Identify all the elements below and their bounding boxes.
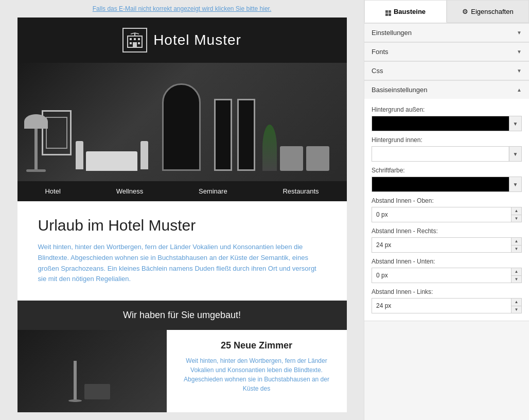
abstand-oben-up[interactable]: ▲ — [512, 207, 521, 215]
tab-eigenschaften[interactable]: ⚙ Eigenschaften — [447, 0, 529, 23]
abstand-unten-field[interactable]: ▲ ▼ — [372, 268, 522, 283]
email-content-block: Urlaub im Hotel Muster Weit hinten, hint… — [17, 201, 347, 301]
tab-bausteine-label: Bausteine — [394, 8, 426, 15]
svg-rect-2 — [134, 38, 136, 40]
svg-line-8 — [131, 33, 135, 34]
accordion-header-basiseinstellungen[interactable]: Basiseinstellungen ▲ — [364, 80, 529, 99]
room-heading: 25 Neue Zimmer — [177, 340, 337, 351]
email-nav: Hotel Wellness Seminare Restaurants — [17, 181, 347, 201]
tab-bausteine[interactable]: Bausteine — [364, 0, 447, 23]
room-section: 25 Neue Zimmer Weit hinten, hinter den W… — [17, 330, 347, 412]
email-header: Hotel Muster — [17, 18, 347, 63]
hintergrund-aussen-field[interactable]: ▼ — [372, 116, 522, 131]
room-lamp-icon — [74, 361, 77, 402]
room-text-block: 25 Neue Zimmer Weit hinten, hinter den W… — [167, 330, 347, 412]
abstand-links-spinner: ▲ ▼ — [511, 299, 521, 313]
preview-panel: Falls das E-Mail nicht korrekt angezeigt… — [0, 0, 364, 420]
accordion-header-einstellungen[interactable]: Einstellungen ▼ — [364, 23, 529, 42]
hotel-logo-icon — [122, 28, 147, 52]
abstand-unten-down[interactable]: ▼ — [512, 276, 521, 283]
hintergrund-aussen-dropdown[interactable]: ▼ — [509, 116, 521, 131]
room-body: Weit hinten, hinter den Wortbergen, fern… — [177, 356, 337, 393]
accordion-basiseinstellungen: Basiseinstellungen ▲ Hintergrund außen: … — [364, 80, 529, 321]
nav-seminare[interactable]: Seminare — [199, 187, 227, 195]
accordion-fonts: Fonts ▼ — [364, 42, 529, 61]
schriftfarbe-label: Schriftfarbe: — [372, 167, 522, 174]
abstand-unten-input[interactable] — [372, 268, 511, 283]
nav-wellness[interactable]: Wellness — [116, 187, 144, 195]
svg-line-9 — [135, 33, 139, 34]
abstand-rechts-label: Abstand Innen - Rechts: — [372, 227, 522, 235]
hintergrund-aussen-swatch — [372, 116, 509, 131]
building-icon — [126, 31, 144, 49]
hero-image — [17, 63, 347, 181]
abstand-oben-label: Abstand Innen - Oben: — [372, 197, 522, 204]
abstand-oben-input[interactable] — [372, 207, 511, 222]
abstand-links-up[interactable]: ▲ — [512, 299, 521, 306]
hintergrund-innen-label: Hintergrund innen: — [372, 136, 522, 144]
abstand-rechts-input[interactable] — [372, 238, 511, 252]
nav-hotel[interactable]: Hotel — [45, 187, 60, 195]
hotel-name-text: Hotel Muster — [153, 32, 241, 48]
abstand-links-label: Abstand Innen - Links: — [372, 288, 522, 295]
accordion-einstellungen: Einstellungen ▼ — [364, 23, 529, 42]
abstand-unten-label: Abstand Innen - Unten: — [372, 258, 522, 265]
svg-rect-1 — [130, 38, 132, 40]
basiseinstellungen-label: Basiseinstellungen — [372, 86, 427, 94]
tab-eigenschaften-label: Eigenschaften — [471, 8, 513, 15]
abstand-links-input[interactable] — [372, 299, 511, 313]
abstand-links-field[interactable]: ▲ ▼ — [372, 298, 522, 313]
accordion-css: Css ▼ — [364, 61, 529, 80]
svg-rect-6 — [133, 42, 137, 47]
accordion-header-fonts[interactable]: Fonts ▼ — [364, 42, 529, 61]
hero-content — [17, 63, 347, 181]
abstand-rechts-up[interactable]: ▲ — [512, 238, 521, 246]
panel-tabs: Bausteine ⚙ Eigenschaften — [364, 0, 529, 23]
abstand-unten-up[interactable]: ▲ — [512, 268, 521, 276]
chevron-down-icon-fonts: ▼ — [517, 49, 522, 55]
gear-icon: ⚙ — [462, 8, 468, 15]
hintergrund-innen-swatch — [372, 147, 509, 161]
abstand-rechts-field[interactable]: ▲ ▼ — [372, 237, 522, 253]
abstand-rechts-down[interactable]: ▼ — [512, 246, 521, 253]
einstellungen-label: Einstellungen — [372, 29, 412, 37]
abstand-oben-down[interactable]: ▼ — [512, 215, 521, 222]
svg-rect-5 — [138, 42, 140, 44]
hintergrund-innen-dropdown[interactable]: ▼ — [509, 147, 521, 161]
accordion-header-css[interactable]: Css ▼ — [364, 61, 529, 80]
svg-rect-3 — [138, 38, 140, 40]
svg-rect-4 — [130, 42, 132, 44]
abstand-unten-spinner: ▲ ▼ — [511, 268, 521, 283]
abstand-rechts-spinner: ▲ ▼ — [511, 238, 521, 252]
email-container: Hotel Muster — [17, 18, 347, 412]
content-body: Weit hinten, hinter den Wortbergen, fern… — [38, 242, 326, 285]
promo-bar: Wir haben für Sie umgebaut! — [17, 301, 347, 330]
abstand-oben-spinner: ▲ ▼ — [511, 207, 521, 222]
grid-icon — [385, 7, 391, 16]
content-heading: Urlaub im Hotel Muster — [38, 217, 326, 234]
basiseinstellungen-content: Hintergrund außen: ▼ Hintergrund innen: … — [364, 99, 529, 321]
chevron-up-icon: ▲ — [517, 87, 522, 93]
email-link-bar: Falls das E-Mail nicht korrekt angezeigt… — [0, 0, 364, 18]
fonts-label: Fonts — [372, 48, 389, 56]
abstand-oben-field[interactable]: ▲ ▼ — [372, 207, 522, 222]
right-panel: Bausteine ⚙ Eigenschaften Einstellungen … — [364, 0, 529, 420]
chevron-down-icon: ▼ — [517, 30, 522, 36]
hintergrund-innen-field[interactable]: ▼ — [372, 146, 522, 162]
email-link[interactable]: Falls das E-Mail nicht korrekt angezeigt… — [93, 5, 271, 12]
schriftfarbe-dropdown[interactable]: ▼ — [509, 177, 521, 191]
schriftfarbe-swatch — [372, 177, 509, 191]
hintergrund-aussen-label: Hintergrund außen: — [372, 106, 522, 113]
abstand-links-down[interactable]: ▼ — [512, 306, 521, 313]
css-label: Css — [372, 67, 383, 75]
nav-restaurants[interactable]: Restaurants — [283, 187, 319, 195]
schriftfarbe-field[interactable]: ▼ — [372, 177, 522, 192]
room-image — [17, 330, 167, 412]
chevron-down-icon-css: ▼ — [517, 68, 522, 74]
